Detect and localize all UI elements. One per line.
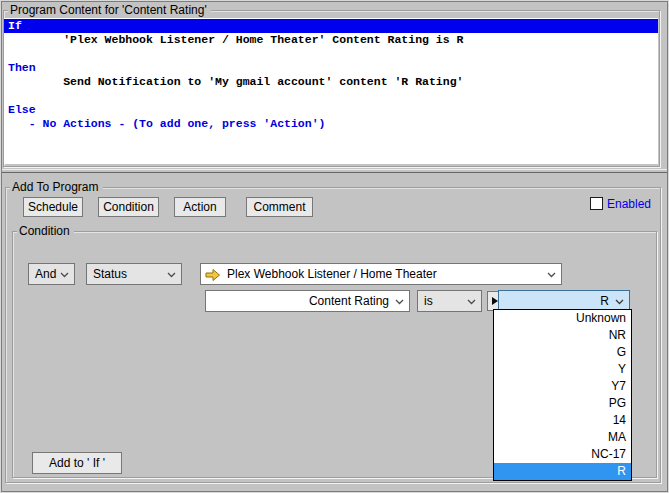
enabled-label: Enabled bbox=[607, 197, 651, 211]
panel-separator bbox=[2, 169, 667, 173]
dropdown-option[interactable]: Y7 bbox=[494, 378, 631, 395]
dropdown-option[interactable]: NR bbox=[494, 327, 631, 344]
andor-select[interactable]: And bbox=[28, 263, 75, 285]
chevron-down-icon bbox=[395, 299, 404, 305]
add-to-program-title: Add To Program bbox=[10, 180, 103, 195]
action-button[interactable]: Action bbox=[174, 197, 226, 217]
program-line[interactable]: Then bbox=[4, 61, 658, 75]
dropdown-option[interactable]: Y bbox=[494, 361, 631, 378]
chevron-down-icon bbox=[615, 299, 624, 305]
dropdown-option[interactable]: 14 bbox=[494, 412, 631, 429]
operator-select[interactable]: is bbox=[417, 290, 482, 312]
chevron-down-icon bbox=[547, 272, 556, 278]
dropdown-option[interactable]: G bbox=[494, 344, 631, 361]
comment-button[interactable]: Comment bbox=[246, 197, 313, 217]
schedule-button[interactable]: Schedule bbox=[23, 197, 83, 217]
chevron-down-icon bbox=[60, 272, 69, 278]
dropdown-option[interactable]: PG bbox=[494, 395, 631, 412]
dropdown-option[interactable]: Unknown bbox=[494, 310, 631, 327]
add-to-if-button[interactable]: Add to ' If ' bbox=[32, 452, 122, 474]
program-line[interactable]: If bbox=[4, 19, 658, 33]
device-select[interactable]: Plex Webhook Listener / Home Theater bbox=[200, 263, 562, 285]
condition-button[interactable]: Condition bbox=[98, 197, 159, 217]
right-arrow-icon bbox=[205, 268, 221, 282]
dropdown-option[interactable]: NC-17 bbox=[494, 446, 631, 463]
trigger-type-select[interactable]: Status bbox=[86, 263, 182, 285]
program-line[interactable] bbox=[4, 47, 658, 61]
chevron-down-icon bbox=[467, 299, 476, 305]
program-content-title: Program Content for 'Content Rating' bbox=[8, 3, 211, 18]
program-line[interactable]: Send Notification to 'My gmail account' … bbox=[4, 75, 658, 89]
condition-title: Condition bbox=[17, 224, 74, 239]
event-editor-window: Program Content for 'Content Rating' If … bbox=[0, 0, 669, 493]
dropdown-option[interactable]: R bbox=[494, 463, 631, 480]
dropdown-option[interactable]: MA bbox=[494, 429, 631, 446]
chevron-down-icon bbox=[167, 272, 176, 278]
program-content-groupbox: Program Content for 'Content Rating' If … bbox=[3, 10, 660, 167]
property-select[interactable]: Content Rating bbox=[205, 290, 410, 312]
value-dropdown-list: UnknownNRGYY7PG14MANC-17R bbox=[493, 309, 632, 481]
program-line[interactable] bbox=[4, 89, 658, 103]
program-line[interactable]: - No Actions - (To add one, press 'Actio… bbox=[4, 117, 658, 131]
program-line[interactable]: Else bbox=[4, 103, 658, 117]
program-listbox: If 'Plex Webhook Listener / Home Theater… bbox=[4, 18, 658, 164]
enabled-checkbox[interactable] bbox=[590, 197, 603, 210]
program-line[interactable]: 'Plex Webhook Listener / Home Theater' C… bbox=[4, 33, 658, 47]
